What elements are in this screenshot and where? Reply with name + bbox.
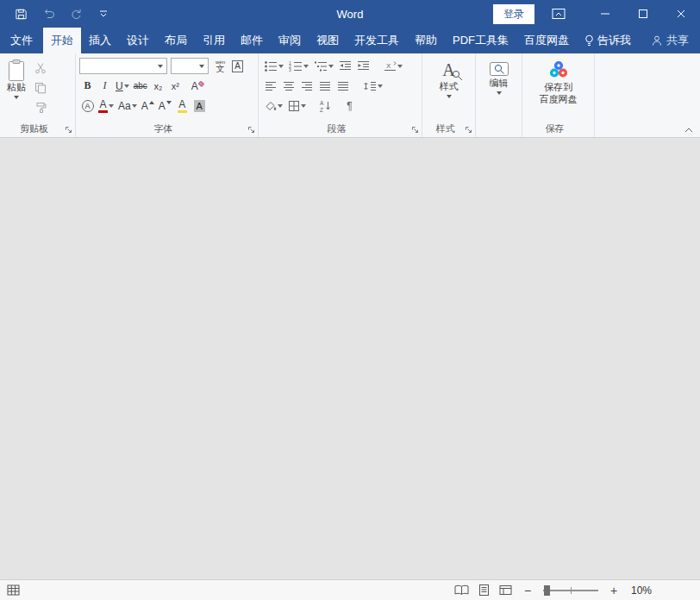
tab-review[interactable]: 审阅	[271, 28, 309, 53]
cut-icon[interactable]	[32, 59, 48, 77]
align-left-button[interactable]	[262, 78, 278, 95]
tab-insert[interactable]: 插入	[81, 28, 119, 53]
shading-button[interactable]	[262, 97, 284, 115]
paragraph-group: 123 X	[259, 53, 422, 137]
copy-icon[interactable]	[32, 79, 48, 97]
italic-button[interactable]: I	[97, 78, 113, 95]
subscript-button[interactable]: x₂	[150, 78, 166, 95]
underline-dropdown-icon	[124, 84, 129, 88]
format-painter-icon[interactable]	[32, 99, 48, 116]
status-grid-icon[interactable]	[7, 584, 20, 596]
text-highlight-button[interactable]: A	[174, 97, 191, 115]
zoom-slider[interactable]	[543, 590, 598, 591]
align-right-button[interactable]	[298, 78, 315, 95]
print-layout-icon[interactable]	[478, 584, 490, 597]
paragraph-group-label: 段落	[262, 122, 418, 137]
font-size-select[interactable]	[171, 58, 209, 74]
multilevel-list-button[interactable]	[312, 58, 335, 75]
tab-layout[interactable]: 布局	[157, 28, 195, 53]
edit-group: 编辑	[476, 53, 522, 137]
font-name-select[interactable]	[79, 58, 167, 74]
edit-button[interactable]: 编辑	[485, 56, 513, 122]
svg-text:A: A	[320, 100, 324, 106]
numbered-list-button[interactable]: 123	[287, 58, 310, 75]
save-to-baidu-label: 保存到 百度网盘	[540, 82, 578, 106]
undo-icon[interactable]	[40, 5, 57, 22]
line-spacing-button[interactable]	[361, 78, 384, 95]
underline-button[interactable]: U	[114, 78, 131, 95]
styles-dialog-launcher-icon[interactable]	[464, 125, 473, 134]
font-color-button[interactable]: A	[97, 97, 116, 115]
distribute-button[interactable]	[334, 78, 351, 95]
tab-view[interactable]: 视图	[309, 28, 347, 53]
save-to-baidu-button[interactable]: 保存到 百度网盘	[536, 56, 581, 122]
tell-me-button[interactable]: 告诉我	[577, 28, 639, 53]
bold-button[interactable]: B	[79, 78, 96, 95]
phonetic-guide-button[interactable]: wén 文	[212, 58, 228, 75]
styles-button[interactable]: A 样式	[436, 56, 462, 122]
save-icon[interactable]	[12, 5, 29, 22]
asian-layout-button[interactable]: X	[382, 58, 404, 75]
save-group-label: 保存	[526, 122, 591, 137]
tab-mailings[interactable]: 邮件	[233, 28, 271, 53]
align-center-button[interactable]	[280, 78, 297, 95]
character-shading-button[interactable]: A	[191, 97, 208, 115]
justify-icon	[319, 81, 331, 91]
character-border-button[interactable]: A	[229, 58, 246, 75]
redo-icon[interactable]	[67, 5, 84, 22]
maximize-button[interactable]	[624, 0, 662, 28]
tab-baidu-netdisk[interactable]: 百度网盘	[516, 28, 577, 53]
tab-home[interactable]: 开始	[43, 28, 81, 53]
paste-label: 粘贴	[7, 82, 26, 94]
justify-button[interactable]	[316, 78, 333, 95]
read-mode-icon[interactable]	[454, 584, 469, 596]
zoom-level[interactable]: 10%	[629, 584, 652, 597]
svg-text:3: 3	[289, 67, 291, 72]
borders-button[interactable]	[286, 97, 308, 115]
numbered-list-icon: 123	[289, 60, 303, 72]
shrink-font-button[interactable]: A	[157, 97, 173, 115]
collapse-ribbon-icon[interactable]	[684, 127, 694, 134]
sign-in-button[interactable]: 登录	[493, 4, 534, 24]
change-case-button[interactable]: Aa	[116, 97, 139, 115]
zoom-out-button[interactable]: −	[522, 584, 534, 597]
paragraph-dialog-launcher-icon[interactable]	[410, 125, 420, 134]
tab-file[interactable]: 文件	[0, 28, 43, 53]
tab-pdf-tools[interactable]: PDF工具集	[445, 28, 516, 53]
document-area[interactable]	[0, 138, 700, 579]
character-shading-icon: A	[194, 100, 205, 112]
phonetic-guide-icon: wén 文	[216, 59, 225, 73]
ribbon: 粘贴 剪贴板	[0, 53, 700, 138]
ribbon-display-options-icon[interactable]	[550, 5, 567, 22]
sort-button[interactable]: AZ	[316, 97, 333, 115]
styles-label: 样式	[440, 81, 459, 93]
minimize-button[interactable]	[586, 0, 624, 28]
strikethrough-button[interactable]: abc	[132, 78, 149, 95]
web-layout-icon[interactable]	[499, 584, 512, 596]
zoom-slider-handle[interactable]	[544, 585, 550, 596]
sort-icon: AZ	[319, 100, 331, 112]
titlebar-right: 登录	[493, 0, 700, 28]
close-button[interactable]	[662, 0, 700, 28]
word-window: Word 登录 文件 开始 插入 设计 布局 引用 邮件 审阅 视图 开发工具	[0, 0, 700, 600]
superscript-button[interactable]: x²	[167, 78, 184, 95]
tab-design[interactable]: 设计	[119, 28, 157, 53]
lightbulb-icon	[584, 34, 594, 47]
font-dialog-launcher-icon[interactable]	[247, 125, 256, 134]
grow-font-button[interactable]: A	[140, 97, 156, 115]
tab-developer[interactable]: 开发工具	[347, 28, 407, 53]
share-button[interactable]: 共享	[643, 28, 697, 53]
enclose-character-button[interactable]: A	[79, 97, 96, 115]
customize-qat-icon[interactable]	[95, 5, 112, 22]
clear-formatting-button[interactable]: A	[190, 78, 207, 95]
zoom-in-button[interactable]: +	[608, 584, 620, 597]
decrease-indent-button[interactable]	[337, 58, 353, 75]
bullet-list-button[interactable]	[262, 58, 285, 75]
paste-button[interactable]: 粘贴	[3, 56, 29, 122]
increase-indent-button[interactable]	[355, 58, 372, 75]
clipboard-dialog-launcher-icon[interactable]	[64, 125, 73, 134]
asian-layout-icon: X	[384, 60, 397, 72]
tab-references[interactable]: 引用	[195, 28, 233, 53]
tab-help[interactable]: 帮助	[407, 28, 445, 53]
show-marks-button[interactable]: ¶	[341, 97, 358, 115]
